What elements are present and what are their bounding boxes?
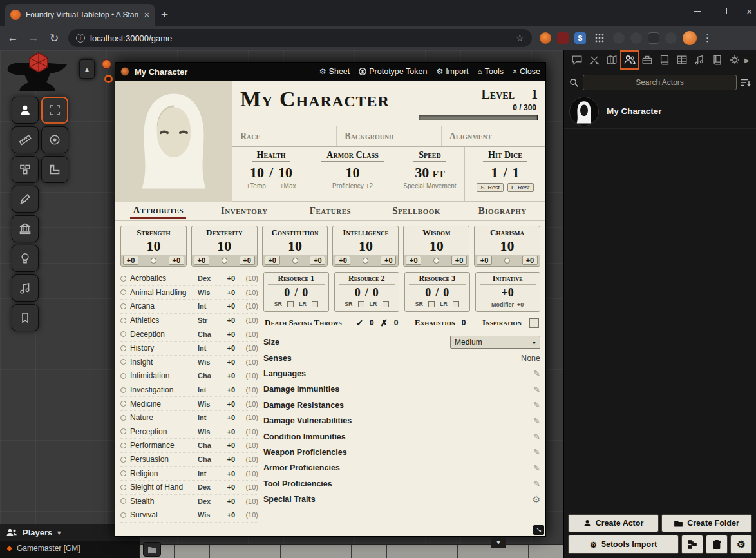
death-failure-count[interactable]: 0 [392, 318, 401, 327]
tool-notes[interactable] [12, 304, 39, 331]
sr-checkbox[interactable] [428, 301, 435, 307]
skill-name[interactable]: Investigation [130, 385, 194, 394]
edit-icon[interactable]: ✎ [533, 369, 540, 378]
skill-proficiency-toggle-icon[interactable] [120, 359, 126, 365]
resource-value[interactable]: 0 [284, 286, 290, 300]
save-proficiency-toggle-icon[interactable] [222, 258, 227, 264]
skill-proficiency-toggle-icon[interactable] [120, 428, 126, 434]
tab-inventory[interactable]: Inventory [202, 204, 288, 218]
skill-name[interactable]: Stealth [130, 497, 194, 506]
skill-row[interactable]: Animal Handling Wis +0 (10) [120, 286, 258, 300]
tab-actors-icon[interactable] [622, 52, 638, 68]
skill-row[interactable]: Medicine Wis +0 (10) [120, 397, 258, 411]
ac-value[interactable]: 10 [346, 164, 360, 181]
url-bar[interactable]: i localhost:30000/game ☆ [68, 29, 532, 47]
skill-proficiency-toggle-icon[interactable] [120, 443, 126, 448]
folder-tree-button[interactable] [681, 535, 703, 554]
create-folder-button[interactable]: Create Folder [661, 514, 752, 532]
level-value[interactable]: 1 [531, 87, 538, 102]
skill-proficiency-toggle-icon[interactable] [120, 415, 126, 421]
scroll-down-button[interactable]: ▼ [491, 537, 506, 548]
skill-row[interactable]: Stealth Dex +0 (10) [120, 495, 258, 509]
window-titlebar[interactable]: My Character ⚙ Sheet Prototype Token ⚙ I… [115, 63, 545, 81]
save-proficiency-toggle-icon[interactable] [433, 258, 439, 264]
5etools-import-button[interactable]: ⚙ 5etools Import [568, 535, 679, 554]
lr-checkbox[interactable] [383, 301, 389, 307]
extension-icon-3[interactable] [648, 32, 659, 44]
ability-score[interactable]: 10 [475, 238, 540, 255]
save-proficiency-toggle-icon[interactable] [363, 258, 368, 264]
skill-name[interactable]: Nature [130, 413, 194, 422]
profile-avatar[interactable] [683, 31, 697, 45]
ability-score[interactable]: 10 [333, 238, 398, 255]
ability-block[interactable]: Wisdom 10 +0 +0 [403, 226, 469, 267]
tab-combat-icon[interactable] [587, 52, 602, 68]
ability-block[interactable]: Dexterity 10 +0 +0 [191, 226, 258, 267]
edit-icon[interactable]: ✎ [533, 463, 540, 473]
extension-icon-2[interactable] [630, 32, 642, 44]
skill-row[interactable]: Insight Wis +0 (10) [120, 356, 258, 370]
skill-proficiency-toggle-icon[interactable] [120, 387, 126, 393]
resource-value[interactable]: 0 [425, 286, 431, 300]
controls-collapse-button[interactable]: ▲ [79, 59, 95, 79]
skill-row[interactable]: Performance Cha +0 (10) [120, 439, 258, 453]
sr-checkbox[interactable] [358, 301, 364, 307]
window-minimize-button[interactable] [694, 11, 701, 12]
inspiration-checkbox[interactable] [529, 318, 539, 328]
skill-row[interactable]: Perception Wis +0 (10) [120, 425, 258, 439]
skill-row[interactable]: Survival Wis +0 (10) [120, 508, 258, 523]
resource-box[interactable]: Resource 2 0 / 0 SR LR [334, 272, 400, 312]
tab-compendium-icon[interactable] [710, 52, 725, 68]
ability-block[interactable]: Strength 10 +0 +0 [120, 226, 187, 267]
ability-save[interactable]: +0 [522, 256, 538, 265]
resource-value[interactable]: 0 [355, 286, 361, 300]
new-tab-button[interactable]: + [161, 8, 168, 22]
ability-save[interactable]: +0 [451, 256, 467, 265]
extension-icon-stylus[interactable]: S [574, 32, 586, 44]
race-field[interactable]: Race [232, 126, 336, 146]
character-name[interactable]: My Character [240, 87, 419, 111]
browser-menu-icon[interactable]: ⋮ [703, 32, 712, 44]
skill-row[interactable]: Acrobatics Dex +0 (10) [120, 272, 258, 286]
skill-name[interactable]: Animal Handling [130, 288, 194, 297]
skill-name[interactable]: Perception [130, 427, 194, 436]
skill-row[interactable]: Religion Int +0 (10) [120, 467, 258, 481]
resource-max[interactable]: 0 [443, 286, 449, 300]
reload-button[interactable]: ↻ [48, 32, 61, 45]
skill-row[interactable]: Athletics Str +0 (10) [120, 314, 258, 328]
special-movement-label[interactable]: Special Movement [403, 182, 456, 189]
site-info-icon[interactable]: i [76, 34, 85, 43]
xp-value[interactable]: 0 / 300 [420, 103, 536, 112]
tab-biography[interactable]: Biography [459, 204, 545, 218]
ability-save[interactable]: +0 [381, 256, 396, 265]
actor-avatar[interactable] [569, 97, 599, 126]
save-proficiency-toggle-icon[interactable] [292, 258, 298, 264]
skill-row[interactable]: Arcana Int +0 (10) [120, 300, 258, 314]
settings-gears-button[interactable]: ⚙ [730, 535, 752, 554]
actor-name[interactable]: My Character [607, 106, 662, 116]
tool-target[interactable] [41, 126, 68, 153]
skill-proficiency-toggle-icon[interactable] [120, 401, 126, 407]
save-proficiency-toggle-icon[interactable] [504, 258, 510, 264]
ability-save[interactable]: +0 [310, 256, 325, 265]
resource-max[interactable]: 0 [302, 286, 308, 300]
extension-icon-1[interactable] [613, 32, 625, 44]
skill-proficiency-toggle-icon[interactable] [120, 318, 126, 323]
edit-icon[interactable]: ✎ [533, 400, 540, 410]
extension-icon-ublock[interactable] [557, 32, 569, 44]
character-portrait[interactable] [115, 81, 232, 202]
initiative-value[interactable]: +0 [476, 286, 540, 300]
window-maximize-button[interactable] [721, 8, 727, 14]
resource-max[interactable]: 0 [373, 286, 379, 300]
skill-row[interactable]: Nature Int +0 (10) [120, 411, 258, 425]
hp-max[interactable]: 10 [278, 164, 292, 181]
skill-proficiency-toggle-icon[interactable] [120, 345, 126, 351]
senses-value[interactable]: None [521, 354, 540, 363]
tool-drawings[interactable] [12, 186, 39, 213]
ability-save[interactable]: +0 [169, 256, 184, 265]
sheet-config-button[interactable]: ⚙ Sheet [319, 67, 350, 76]
skill-row[interactable]: Investigation Int +0 (10) [120, 383, 258, 398]
skill-row[interactable]: Sleight of Hand Dex +0 (10) [120, 481, 258, 495]
import-button[interactable]: ⚙ Import [436, 67, 468, 76]
exhaustion-value[interactable]: 0 [459, 318, 468, 327]
